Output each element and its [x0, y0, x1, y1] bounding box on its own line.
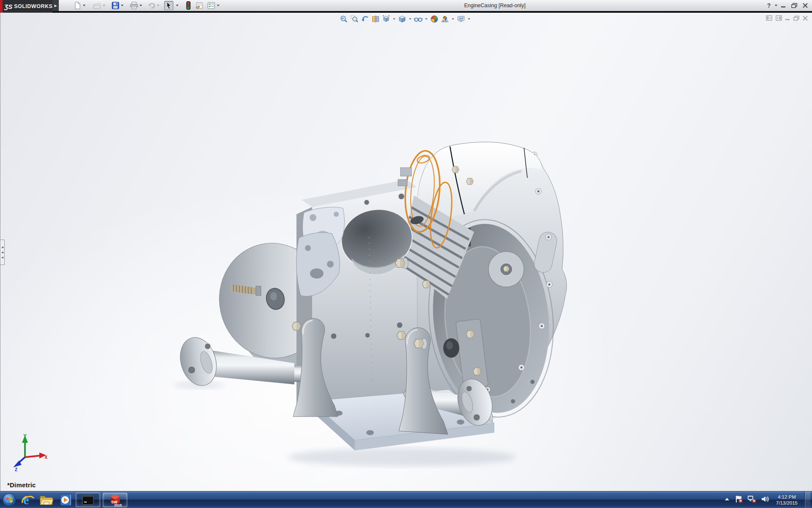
model-shadow — [288, 448, 516, 467]
close-button[interactable] — [801, 2, 809, 9]
restore-icon — [791, 3, 797, 8]
taskbar-solidworks[interactable]: SW 2015 — [103, 493, 127, 507]
stud-block — [401, 168, 411, 176]
print-dropdown[interactable] — [140, 5, 142, 6]
window-title: EngineCasing [Read-only] — [431, 3, 558, 8]
undo-icon — [148, 2, 156, 9]
speaker-icon — [761, 495, 769, 503]
taskbar-internet-explorer[interactable]: e — [19, 491, 37, 508]
brand-red-stripe — [0, 0, 3, 13]
toolbar-flyout-button[interactable]: ▶ — [52, 0, 59, 11]
save-dropdown[interactable] — [121, 5, 123, 6]
select-tool-button[interactable] — [164, 1, 173, 10]
select-cursor-icon — [165, 2, 172, 9]
print-button[interactable] — [129, 1, 139, 10]
undo-button[interactable] — [147, 1, 156, 10]
show-hidden-icons-button[interactable] — [724, 496, 730, 504]
solidworks-2015-icon: SW 2015 — [108, 493, 122, 507]
volume-icon[interactable] — [761, 495, 769, 505]
windows-taskbar: e C:\_ — [0, 491, 812, 508]
traffic-light-icon — [186, 1, 191, 10]
solidworks-logo: ƷS SOLIDWORKS — [0, 0, 52, 13]
restore-button[interactable] — [790, 2, 798, 9]
taskbar-media-player[interactable] — [56, 491, 74, 508]
close-icon — [803, 3, 808, 8]
open-button[interactable] — [92, 1, 102, 10]
show-desktop-button[interactable] — [804, 491, 810, 508]
command-prompt-icon: C:\_ — [82, 495, 94, 505]
svg-text:2015: 2015 — [114, 503, 122, 507]
network-disconnected-icon — [747, 495, 757, 503]
svg-text:C:\_: C:\_ — [84, 498, 91, 501]
solidworks-logo-mark: ƷS — [4, 3, 12, 10]
start-orb-icon — [2, 493, 16, 507]
taskbar-windows-explorer[interactable] — [37, 491, 56, 508]
media-player-icon — [58, 493, 72, 507]
help-dropdown[interactable] — [775, 5, 777, 6]
open-folder-icon — [93, 2, 101, 9]
clock-date: 7/13/2015 — [776, 500, 798, 506]
svg-text:e: e — [23, 493, 29, 507]
file-properties-button[interactable] — [195, 1, 204, 10]
file-properties-icon — [195, 2, 203, 9]
options-button[interactable] — [206, 1, 216, 10]
triad-x-label: X — [44, 455, 48, 460]
triad-y-label: Y — [23, 433, 27, 439]
view-orientation-label: *Dimetric — [7, 481, 36, 489]
taskbar-command-prompt[interactable]: C:\_ — [76, 493, 100, 507]
title-bar: ƷS SOLIDWORKS ▶ En — [0, 0, 812, 12]
rebuild-button[interactable] — [184, 1, 193, 10]
new-document-icon — [74, 2, 81, 9]
folder-icon — [39, 494, 54, 506]
solidworks-window: ƷS SOLIDWORKS ▶ En — [0, 0, 812, 508]
triad-z-label: Z — [15, 467, 17, 472]
minimize-button[interactable] — [779, 2, 787, 9]
reference-triad: Y X Z — [7, 433, 48, 472]
chevron-up-icon — [724, 496, 730, 502]
solidworks-logo-text: SOLIDWORKS — [14, 3, 52, 9]
graphics-area[interactable]: ◀ ◀ ◀ — [0, 13, 812, 491]
taskbar-clock[interactable]: 4:12 PM 7/13/2015 — [776, 494, 798, 506]
open-dropdown[interactable] — [103, 5, 105, 6]
select-dropdown[interactable] — [176, 5, 178, 6]
minimize-icon — [781, 3, 786, 8]
options-dropdown[interactable] — [217, 5, 219, 6]
help-button[interactable]: ? — [765, 2, 773, 9]
flag-alert-icon — [735, 495, 743, 503]
options-checklist-icon — [207, 2, 215, 9]
engine-casing-model[interactable] — [0, 13, 812, 491]
clock-time: 4:12 PM — [776, 494, 798, 500]
save-button[interactable] — [111, 1, 120, 10]
network-status-icon[interactable] — [747, 495, 757, 505]
print-icon — [130, 2, 138, 9]
internet-explorer-icon: e — [21, 493, 35, 507]
action-center-icon[interactable] — [735, 495, 743, 505]
undo-dropdown[interactable] — [157, 5, 159, 6]
new-dropdown[interactable] — [83, 5, 85, 6]
start-button[interactable] — [0, 491, 19, 508]
system-tray: 4:12 PM 7/13/2015 — [724, 491, 812, 508]
new-document-button[interactable] — [73, 1, 82, 10]
stud-block — [398, 179, 407, 186]
save-floppy-icon — [112, 2, 119, 9]
